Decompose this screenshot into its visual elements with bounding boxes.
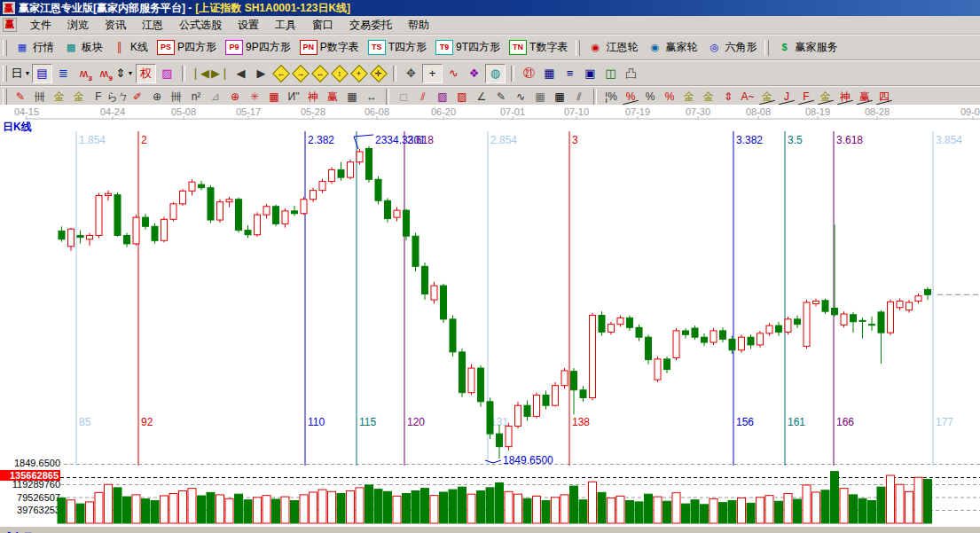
sectors-button[interactable]: ▩板块 <box>59 38 108 57</box>
spiral-button[interactable]: らㄅ <box>108 89 128 105</box>
candle[interactable] <box>412 236 419 266</box>
candle[interactable] <box>897 302 903 308</box>
j-angle-button[interactable]: J <box>777 89 796 105</box>
volume-bar[interactable] <box>682 504 690 523</box>
hexagon-button[interactable]: ◎六角形 <box>702 38 762 57</box>
volume-bar[interactable] <box>728 500 736 523</box>
gold-circle-button[interactable]: 金 <box>679 89 699 105</box>
candle[interactable] <box>757 333 764 345</box>
candle[interactable] <box>617 317 623 324</box>
volume-bar[interactable] <box>533 496 541 523</box>
volume-bar[interactable] <box>654 497 662 523</box>
volume-bar[interactable] <box>701 505 709 523</box>
candle[interactable] <box>96 195 102 235</box>
volume-bar[interactable] <box>459 487 466 523</box>
volume-bar[interactable] <box>803 485 811 523</box>
shift-right-button[interactable]: → <box>292 65 310 82</box>
volume-bar[interactable] <box>858 498 866 523</box>
toolbar-gripper[interactable] <box>764 40 769 56</box>
candle[interactable] <box>301 200 307 214</box>
candle[interactable] <box>329 169 335 181</box>
candle[interactable] <box>822 301 828 311</box>
volume-bar[interactable] <box>132 495 140 523</box>
volume-bar[interactable] <box>765 496 773 523</box>
volume-bar[interactable] <box>272 499 280 523</box>
angle-pen-button[interactable]: ∠ <box>472 89 491 105</box>
candle[interactable] <box>245 231 251 235</box>
width-arrows-button[interactable]: ↔ <box>362 89 381 105</box>
candle[interactable] <box>375 179 381 200</box>
candle[interactable] <box>859 320 866 321</box>
fan-box-red-button[interactable]: ▨ <box>452 89 472 105</box>
candle[interactable] <box>180 191 186 204</box>
candle[interactable] <box>68 229 74 247</box>
candle[interactable] <box>282 211 288 224</box>
volume-bar[interactable] <box>561 495 568 523</box>
gold-line-red-button[interactable]: 金 <box>757 89 777 105</box>
kline-button[interactable]: ║K线 <box>108 38 153 57</box>
t-square-button[interactable]: TST四方形 <box>365 38 432 57</box>
volume-bar[interactable] <box>635 502 643 523</box>
menu-item-江恩[interactable]: 江恩 <box>134 16 171 35</box>
volume-bar[interactable] <box>67 500 75 523</box>
candle[interactable] <box>524 405 530 416</box>
candle[interactable] <box>710 331 717 342</box>
candle[interactable] <box>673 331 679 358</box>
p-square-button[interactable]: PSP四方形 <box>153 38 222 57</box>
percent-slash-button[interactable]: % <box>621 89 640 105</box>
candle[interactable] <box>664 359 670 370</box>
toolbar-gripper[interactable] <box>576 40 580 56</box>
candle[interactable] <box>357 152 363 162</box>
gann-fan-button[interactable]: ⫽ <box>413 89 433 105</box>
volume-bar[interactable] <box>496 482 504 523</box>
candle[interactable] <box>319 181 325 190</box>
volume-bar[interactable] <box>840 489 848 523</box>
9t-square-button[interactable]: T99T四方形 <box>432 38 506 57</box>
candle[interactable] <box>534 396 540 417</box>
go-first-button[interactable]: ❘◀ <box>191 65 209 82</box>
volume-bar[interactable] <box>589 482 597 523</box>
volume-bar[interactable] <box>161 496 169 523</box>
candle[interactable] <box>348 162 354 177</box>
expand-horizontal-button[interactable]: ↔ <box>311 65 329 82</box>
candle[interactable] <box>599 316 605 333</box>
candle[interactable] <box>143 217 149 226</box>
gann-pen-button[interactable]: ✎ <box>11 89 30 105</box>
volume-bar[interactable] <box>291 500 299 523</box>
volume-bar[interactable] <box>263 496 270 523</box>
candle[interactable] <box>702 337 708 342</box>
wave-9-button[interactable]: ʍ9 <box>95 65 114 82</box>
candle[interactable] <box>506 426 512 446</box>
candle[interactable] <box>515 405 521 426</box>
volume-bar[interactable] <box>877 487 885 523</box>
candle[interactable] <box>385 200 391 218</box>
candle[interactable] <box>404 210 410 236</box>
quotes-button[interactable]: ▦行情 <box>11 38 59 57</box>
box-tool-button[interactable]: ◻ <box>394 89 413 105</box>
grid-lines-button[interactable]: 卌 <box>30 89 50 105</box>
si-angle-button[interactable]: 四 <box>874 89 894 105</box>
adjust-rights-button[interactable]: 权 <box>136 64 156 83</box>
parallel-lines-button[interactable]: ⫽ <box>569 89 589 105</box>
volume-bar[interactable] <box>86 502 94 523</box>
candle[interactable] <box>561 371 568 386</box>
candle[interactable] <box>431 286 437 300</box>
chart-canvas[interactable]: 04-1504-2405-0805-1705-2806-0806-2007-01… <box>0 105 980 533</box>
gann-rocket-button[interactable]: ✐ <box>128 89 147 105</box>
candle[interactable] <box>646 337 652 359</box>
volume-bar[interactable] <box>328 491 336 523</box>
volume-bar[interactable] <box>76 504 84 523</box>
candle[interactable] <box>487 402 493 434</box>
volume-bar[interactable] <box>300 495 308 523</box>
volume-bar[interactable] <box>645 494 653 523</box>
candle[interactable] <box>553 386 559 406</box>
candle[interactable] <box>878 312 884 333</box>
candle[interactable] <box>87 235 93 239</box>
circle-cross-button[interactable]: ⊕ <box>225 89 245 105</box>
candle[interactable] <box>59 231 65 239</box>
print-button[interactable]: 凸 <box>622 65 640 82</box>
volume-bar[interactable] <box>281 497 289 523</box>
candle[interactable] <box>161 219 168 240</box>
candle[interactable] <box>720 331 726 339</box>
volume-bar[interactable] <box>105 484 113 523</box>
